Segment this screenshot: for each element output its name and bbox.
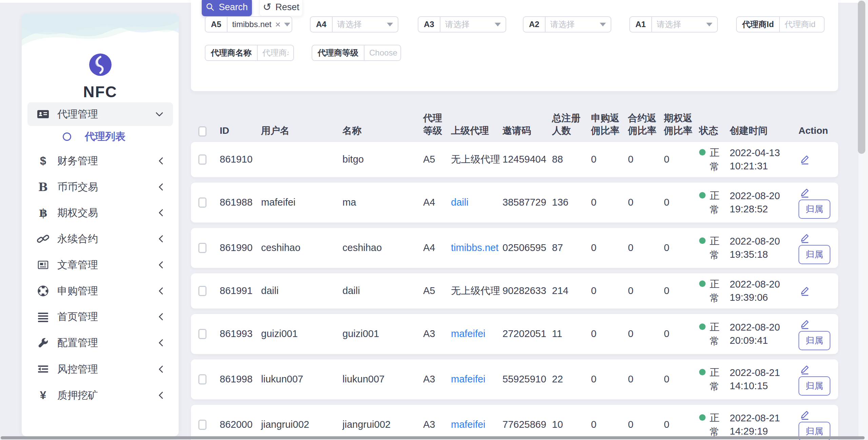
filter-select[interactable]: Choose bbox=[364, 45, 401, 60]
row-checkbox[interactable] bbox=[198, 243, 206, 253]
chevron-left-icon bbox=[158, 183, 163, 191]
sidebar-item-6[interactable]: 申购管理 bbox=[27, 281, 173, 301]
edit-button[interactable] bbox=[798, 153, 811, 166]
row-checkbox[interactable] bbox=[198, 154, 206, 165]
filter-placeholder: 请选择 bbox=[445, 19, 491, 30]
filter-input-wrap bbox=[779, 17, 824, 32]
cell-subscribe-rate: 0 bbox=[591, 418, 628, 431]
filter-select[interactable]: 请选择 bbox=[440, 17, 506, 32]
cell-created-time: 2022-08-21 14:10:15 bbox=[730, 366, 791, 393]
clear-icon[interactable]: ✕ bbox=[275, 21, 281, 28]
chevron-left-icon bbox=[158, 235, 163, 243]
filter-chip-A1: A1请选择 bbox=[629, 16, 718, 33]
filter-chip-label: A1 bbox=[630, 17, 651, 32]
assign-button[interactable]: 归属 bbox=[798, 200, 830, 219]
cell-parent-agent[interactable]: timibbs.net bbox=[451, 241, 502, 254]
table-row: 861991dailidailiA5无上级代理90282633214000正常2… bbox=[191, 273, 838, 309]
cell-contract-rate: 0 bbox=[628, 284, 664, 297]
cell-agent-level: A4 bbox=[423, 196, 451, 209]
table-row: 861988mafeifeimaA4daili38587729136000正常2… bbox=[191, 183, 838, 223]
filter-input[interactable] bbox=[785, 20, 819, 29]
cell-option-rate: 0 bbox=[664, 153, 699, 166]
caret-down-icon bbox=[401, 51, 401, 55]
cell-parent-agent: 无上级代理 bbox=[451, 153, 502, 166]
column-header-7: 总注册人数 bbox=[552, 112, 591, 137]
edit-button[interactable] bbox=[798, 187, 811, 199]
cell-agent-level: A4 bbox=[423, 241, 451, 254]
sidebar-item-label: 风控管理 bbox=[57, 362, 158, 376]
edit-button[interactable] bbox=[798, 232, 811, 244]
column-header-12: 创建时间 bbox=[730, 125, 798, 137]
sidebar-item-8[interactable]: 配置管理 bbox=[27, 333, 173, 353]
cell-created-time: 2022-08-21 14:29:19 bbox=[730, 412, 791, 438]
filter-select[interactable]: 请选择 bbox=[651, 17, 717, 32]
cell-actions: 归属 bbox=[798, 184, 838, 222]
reset-button[interactable]: ↺ Reset bbox=[259, 0, 303, 16]
edit-button[interactable] bbox=[798, 409, 811, 421]
sidebar-item-4[interactable]: 永续合约 bbox=[27, 229, 173, 249]
cell-name: daili bbox=[342, 284, 423, 297]
table-row: 862000jiangrui002jiangrui002A3mafeifei77… bbox=[191, 405, 838, 440]
cell-name: ma bbox=[342, 196, 423, 209]
sidebar-item-5[interactable]: 文章管理 bbox=[27, 255, 173, 275]
row-checkbox[interactable] bbox=[198, 329, 206, 339]
filter-input[interactable] bbox=[262, 48, 289, 58]
cell-registered-count: 136 bbox=[552, 196, 591, 209]
edit-button[interactable] bbox=[798, 285, 811, 297]
row-checkbox[interactable] bbox=[198, 374, 206, 384]
cell-subscribe-rate: 0 bbox=[591, 153, 628, 166]
cell-registered-count: 214 bbox=[552, 284, 591, 297]
select-all-checkbox[interactable] bbox=[198, 126, 206, 137]
filter-chip-A5: A5timibbs.net✕ bbox=[205, 16, 292, 33]
sidebar-subitem-agent-list[interactable]: 代理列表 bbox=[27, 126, 173, 147]
sidebar-item-2[interactable]: B币币交易 bbox=[27, 177, 173, 197]
sidebar-item-10[interactable]: ¥质押挖矿 bbox=[27, 385, 173, 405]
cell-parent-agent[interactable]: mafeifei bbox=[451, 418, 502, 431]
sidebar-item-9[interactable]: 风控管理 bbox=[27, 359, 173, 379]
filter-select[interactable]: timibbs.net✕ bbox=[227, 17, 292, 32]
cell-id: 862000 bbox=[220, 418, 261, 431]
cell-parent-agent: 无上级代理 bbox=[451, 284, 502, 297]
assign-button[interactable]: 归属 bbox=[798, 331, 830, 350]
cell-created-time: 2022-08-20 20:09:41 bbox=[730, 321, 791, 347]
sidebar-item-3[interactable]: ฿期权交易 bbox=[27, 203, 173, 223]
search-button[interactable]: Search bbox=[202, 0, 252, 16]
filter-select[interactable]: 请选择 bbox=[332, 17, 398, 32]
filter-placeholder: 请选择 bbox=[657, 19, 703, 30]
cell-name: jiangrui002 bbox=[342, 418, 423, 431]
row-checkbox[interactable] bbox=[198, 420, 206, 430]
assign-button[interactable]: 归属 bbox=[798, 376, 830, 396]
id-card-icon bbox=[36, 108, 51, 120]
sidebar-item-label: 财务管理 bbox=[57, 154, 158, 168]
row-checkbox[interactable] bbox=[198, 197, 206, 208]
vertical-scrollbar-thumb[interactable] bbox=[858, 1, 865, 154]
cell-parent-agent[interactable]: mafeifei bbox=[451, 373, 502, 386]
sidebar-item-0[interactable]: 代理管理 bbox=[27, 102, 173, 126]
assign-button[interactable]: 归属 bbox=[798, 245, 830, 264]
cell-status: 正常 bbox=[699, 320, 730, 348]
row-checkbox[interactable] bbox=[198, 286, 206, 296]
filter-chip-label: A4 bbox=[311, 17, 332, 32]
status-label: 正常 bbox=[710, 145, 721, 174]
life-ring-icon bbox=[36, 285, 51, 297]
cell-name: ceshihao bbox=[342, 241, 423, 254]
filter-chip-label: 代理商Id bbox=[737, 17, 779, 32]
cell-invite-code: 90282633 bbox=[502, 284, 552, 297]
cell-created-time: 2022-08-20 19:35:18 bbox=[730, 235, 791, 261]
sidebar-item-label: 代理管理 bbox=[57, 107, 155, 121]
caret-down-icon bbox=[706, 23, 712, 26]
edit-button[interactable] bbox=[798, 363, 811, 376]
edit-button[interactable] bbox=[798, 318, 811, 330]
horizontal-scrollbar-thumb[interactable] bbox=[1, 436, 865, 439]
sidebar-item-1[interactable]: $财务管理 bbox=[27, 151, 173, 171]
cell-option-rate: 0 bbox=[664, 418, 699, 431]
cell-invite-code: 02506595 bbox=[502, 241, 552, 254]
brand-name: NFC bbox=[22, 83, 179, 101]
cell-parent-agent[interactable]: mafeifei bbox=[451, 327, 502, 340]
cell-parent-agent[interactable]: daili bbox=[451, 196, 502, 209]
cell-username: mafeifei bbox=[261, 196, 342, 209]
filter-select[interactable]: 请选择 bbox=[545, 17, 611, 32]
column-header-13: Action bbox=[798, 125, 838, 137]
sidebar-item-7[interactable]: 首页管理 bbox=[27, 307, 173, 327]
wrench-icon bbox=[36, 336, 51, 349]
